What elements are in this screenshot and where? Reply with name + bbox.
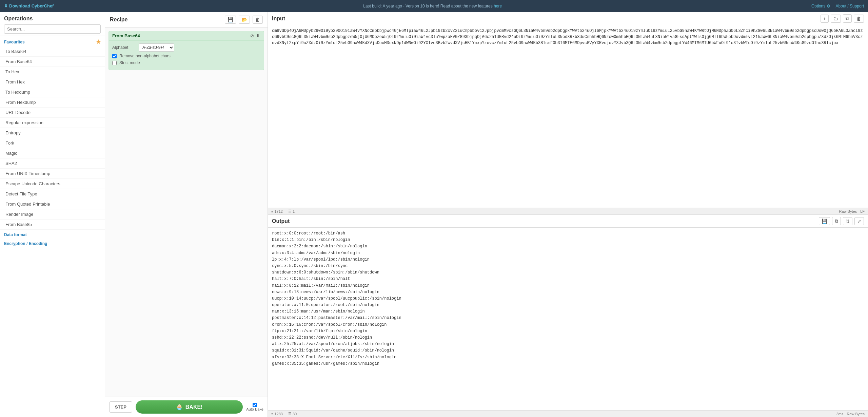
options-button[interactable]: Options ⚙ bbox=[811, 4, 830, 8]
recipe-op-controls: ⊘ ⏸ bbox=[250, 33, 260, 38]
download-button[interactable]: ⬇ Download CyberChef bbox=[4, 3, 54, 8]
right-panel: Input + 🗁 ⧉ 🗑 cm9vdDp4OjA6MDpyb290Oi9yb2… bbox=[268, 12, 868, 417]
output-panel-header: Output 💾 ⧉ ⇅ ⤢ bbox=[268, 215, 868, 228]
output-panel: Output 💾 ⧉ ⇅ ⤢ root:x:0:0:root:/root:/bi… bbox=[268, 215, 868, 417]
sidebar-item-from-unix-timestamp[interactable]: From UNIX Timestamp bbox=[0, 169, 105, 179]
recipe-op-disable-button[interactable]: ⊘ bbox=[250, 33, 254, 38]
output-line-count: ☰ 30 bbox=[288, 412, 297, 416]
gear-icon: ⚙ bbox=[827, 4, 830, 8]
sidebar-item-render-image[interactable]: Render Image bbox=[0, 209, 105, 220]
input-panel-header: Input + 🗁 ⧉ 🗑 bbox=[268, 12, 868, 25]
output-time-label: 3ms bbox=[836, 412, 844, 416]
recipe-delete-button[interactable]: 🗑 bbox=[253, 16, 263, 24]
search-input[interactable] bbox=[4, 24, 101, 34]
remove-nonalpha-checkbox[interactable] bbox=[112, 54, 117, 58]
output-footer-stats: ≡ 1283 ☰ 30 bbox=[271, 412, 297, 416]
input-raw-bytes-label[interactable]: Raw Bytes bbox=[839, 209, 857, 213]
output-toolbar: 💾 ⧉ ⇅ ⤢ bbox=[819, 217, 864, 225]
output-footer-options: 3ms Raw Bytes bbox=[836, 412, 865, 416]
sidebar-item-to-hexdump[interactable]: To Hexdump bbox=[0, 87, 105, 97]
input-panel-footer: ≡ 1712 ☰ 1 Raw Bytes LF bbox=[268, 208, 868, 214]
sidebar-item-from-base85[interactable]: From Base85 bbox=[0, 220, 105, 230]
auto-bake-checkbox[interactable] bbox=[253, 403, 257, 407]
input-copy-button[interactable]: ⧉ bbox=[843, 14, 852, 23]
download-icon: ⬇ bbox=[4, 3, 8, 8]
input-char-count: ≡ 1712 bbox=[271, 209, 283, 213]
sidebar-item-from-quoted-printable[interactable]: From Quoted Printable bbox=[0, 199, 105, 209]
sidebar-item-from-hex[interactable]: From Hex bbox=[0, 77, 105, 87]
input-line-count: ☰ 1 bbox=[288, 209, 295, 213]
strict-mode-checkbox[interactable] bbox=[112, 61, 117, 65]
sidebar-ops-list: Favourites ★ To Base64 From Base64 To He… bbox=[0, 36, 105, 417]
input-textarea[interactable]: cm9vdDp4OjA6MDpyb290Oi9yb290Oi9iaW4vYXNo… bbox=[268, 25, 868, 208]
topbar: ⬇ Download CyberChef Last build: A year … bbox=[0, 0, 868, 12]
output-switch-button[interactable]: ⇅ bbox=[843, 217, 852, 225]
recipe-header: Recipe 💾 📂 🗑 bbox=[105, 12, 268, 27]
recipe-open-button[interactable]: 📂 bbox=[239, 16, 250, 24]
remove-nonalpha-field: Remove non-alphabet chars bbox=[112, 54, 260, 58]
recipe-title: Recipe bbox=[110, 17, 127, 23]
input-toolbar: + 🗁 ⧉ 🗑 bbox=[821, 14, 864, 23]
output-char-count: ≡ 1283 bbox=[271, 412, 283, 416]
output-content: root:x:0:0:root:/root:/bin/ash bin:x:1:1… bbox=[268, 228, 868, 410]
bake-button[interactable]: 🧁 BAKE! bbox=[136, 400, 243, 414]
sidebar-item-to-base64[interactable]: To Base64 bbox=[0, 46, 105, 57]
sidebar-item-to-hex[interactable]: To Hex bbox=[0, 67, 105, 77]
input-footer-options: Raw Bytes LF bbox=[839, 209, 865, 213]
strict-mode-label: Strict mode bbox=[112, 60, 140, 65]
input-footer-stats: ≡ 1712 ☰ 1 bbox=[271, 209, 295, 213]
recipe-save-button[interactable]: 💾 bbox=[225, 16, 236, 24]
recipe-op-title: From Base64 bbox=[112, 33, 140, 38]
about-button[interactable]: About / Support bbox=[836, 4, 864, 8]
input-delete-button[interactable]: 🗑 bbox=[854, 15, 864, 23]
sidebar: Operations Favourites ★ To Base64 From B… bbox=[0, 12, 105, 417]
sidebar-item-sha2[interactable]: SHA2 bbox=[0, 158, 105, 169]
recipe-panel: Recipe 💾 📂 🗑 From Base64 ⊘ ⏸ Alphabe bbox=[105, 12, 268, 417]
input-new-button[interactable]: + bbox=[821, 15, 829, 23]
sidebar-section-data-format[interactable]: Data format bbox=[0, 230, 105, 239]
sidebar-item-from-hexdump[interactable]: From Hexdump bbox=[0, 97, 105, 108]
recipe-op-body: Alphabet A-Za-z0-9+/= Remove non-alphabe… bbox=[109, 41, 264, 70]
sidebar-item-entropy[interactable]: Entropy bbox=[0, 128, 105, 138]
sidebar-section-favourites[interactable]: Favourites ★ bbox=[0, 36, 105, 46]
output-raw-bytes-label[interactable]: Raw Bytes bbox=[847, 412, 865, 416]
alphabet-label: Alphabet bbox=[112, 45, 136, 50]
sidebar-item-escape-unicode[interactable]: Escape Unicode Characters bbox=[0, 179, 105, 189]
input-title: Input bbox=[272, 16, 285, 22]
sidebar-section-encryption[interactable]: Encryption / Encoding bbox=[0, 239, 105, 247]
input-lf-label: LF bbox=[860, 209, 865, 213]
output-expand-button[interactable]: ⤢ bbox=[854, 217, 864, 225]
recipe-op-header: From Base64 ⊘ ⏸ bbox=[109, 31, 264, 41]
recipe-op-pause-button[interactable]: ⏸ bbox=[256, 33, 260, 38]
recipe-body: From Base64 ⊘ ⏸ Alphabet A-Za-z0-9+/= bbox=[105, 27, 268, 397]
recipe-toolbar: 💾 📂 🗑 bbox=[225, 16, 263, 24]
sidebar-title: Operations bbox=[4, 16, 101, 22]
main-layout: Operations Favourites ★ To Base64 From B… bbox=[0, 12, 868, 417]
build-link[interactable]: here bbox=[494, 4, 502, 8]
alphabet-select[interactable]: A-Za-z0-9+/= bbox=[139, 43, 174, 52]
recipe-footer: STEP 🧁 BAKE! Auto Bake bbox=[105, 397, 268, 417]
sidebar-item-from-base64[interactable]: From Base64 bbox=[0, 57, 105, 67]
input-panel: Input + 🗁 ⧉ 🗑 cm9vdDp4OjA6MDpyb290Oi9yb2… bbox=[268, 12, 868, 215]
output-title: Output bbox=[272, 218, 290, 224]
sidebar-item-url-decode[interactable]: URL Decode bbox=[0, 108, 105, 118]
sidebar-item-magic[interactable]: Magic bbox=[0, 148, 105, 158]
bake-icon: 🧁 bbox=[176, 404, 183, 410]
sidebar-item-regex[interactable]: Regular expression bbox=[0, 118, 105, 128]
topbar-left: ⬇ Download CyberChef bbox=[4, 3, 54, 8]
auto-bake-section: Auto Bake bbox=[246, 403, 263, 411]
alphabet-field: Alphabet A-Za-z0-9+/= bbox=[112, 43, 260, 52]
star-icon: ★ bbox=[96, 39, 101, 45]
sidebar-item-detect-file-type[interactable]: Detect File Type bbox=[0, 189, 105, 199]
recipe-op-from-base64: From Base64 ⊘ ⏸ Alphabet A-Za-z0-9+/= bbox=[108, 31, 264, 70]
sidebar-item-fork[interactable]: Fork bbox=[0, 138, 105, 148]
sidebar-header: Operations bbox=[0, 12, 105, 36]
input-open-button[interactable]: 🗁 bbox=[831, 15, 841, 23]
topbar-center: Last build: A year ago · Version 10 is h… bbox=[363, 4, 502, 8]
remove-nonalpha-label: Remove non-alphabet chars bbox=[112, 54, 171, 58]
output-save-button[interactable]: 💾 bbox=[819, 217, 830, 225]
strict-mode-field: Strict mode bbox=[112, 60, 260, 65]
output-copy-button[interactable]: ⧉ bbox=[832, 217, 841, 225]
topbar-right: Options ⚙ About / Support bbox=[811, 4, 864, 8]
step-button[interactable]: STEP bbox=[109, 401, 132, 413]
